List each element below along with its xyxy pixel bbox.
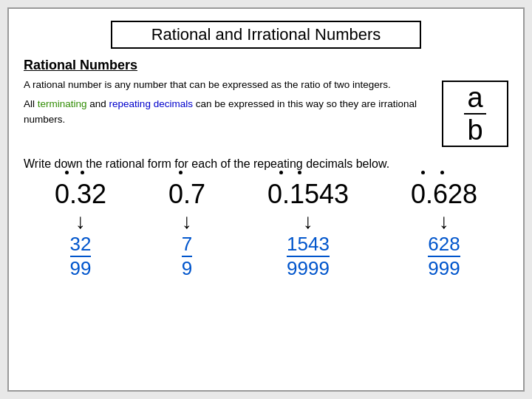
dot1 <box>65 171 69 174</box>
text-content: A rational number is any number that can… <box>24 78 430 127</box>
dot-01543-1 <box>279 171 283 174</box>
and-label: and <box>87 98 109 109</box>
dot-07 <box>179 171 183 174</box>
result-0628-den: 999 <box>428 258 460 279</box>
arrow-07: ↓ <box>182 211 192 232</box>
repeating-word: repeating decimals <box>109 98 193 109</box>
slide-title: Rational and Irrational Numbers <box>151 25 381 44</box>
result-032-num: 32 <box>70 233 92 255</box>
dot2 <box>81 171 84 174</box>
dot-0628-1 <box>421 171 425 174</box>
fraction-display: a b <box>464 83 486 144</box>
examples-row: 0.32 ↓ 32 99 0.7 ↓ 7 9 <box>24 178 508 279</box>
decimal-01543: 0.1543 <box>267 178 349 210</box>
example-01543: 0.1543 ↓ 1543 9999 <box>267 178 349 279</box>
result-0628-num: 628 <box>428 233 460 255</box>
result-01543: 1543 9999 <box>287 233 330 279</box>
decimal-07: 0.7 <box>168 178 205 210</box>
write-prompt: Write down the rational form for each of… <box>24 157 508 171</box>
result-07-num: 7 <box>182 233 192 255</box>
dot-0628-2 <box>440 171 444 174</box>
section-title: Rational Numbers <box>24 58 508 73</box>
dots-0628 <box>421 171 444 174</box>
result-07-den: 9 <box>182 258 192 279</box>
arrow-032: ↓ <box>75 211 86 232</box>
fraction-denominator: b <box>467 116 482 144</box>
example-0628: 0.628 ↓ 628 999 <box>411 178 477 279</box>
content-area: A rational number is any number that can… <box>24 78 508 147</box>
terminating-word: terminating <box>38 98 87 109</box>
result-0628: 628 999 <box>428 233 460 279</box>
arrow-01543: ↓ <box>303 211 313 232</box>
terminating-line: All terminating and repeating decimals c… <box>24 97 430 127</box>
fraction-numerator: a <box>467 83 482 112</box>
dots-07 <box>179 171 183 174</box>
definition-text: A rational number is any number that can… <box>24 78 430 92</box>
dots-01543 <box>279 171 301 174</box>
result-01543-num: 1543 <box>287 233 330 255</box>
result-01543-den: 9999 <box>287 258 330 279</box>
dot-01543-2 <box>298 171 301 174</box>
slide: Rational and Irrational Numbers Rational… <box>7 7 525 392</box>
decimal-0628: 0.628 <box>411 178 477 210</box>
result-032: 32 99 <box>70 233 92 279</box>
title-box: Rational and Irrational Numbers <box>111 21 421 49</box>
result-032-den: 99 <box>70 258 92 279</box>
example-032: 0.32 ↓ 32 99 <box>55 178 106 279</box>
fraction-box: a b <box>442 81 508 147</box>
result-07: 7 9 <box>182 233 192 279</box>
all-label: All <box>24 98 38 109</box>
arrow-0628: ↓ <box>439 211 449 232</box>
dots-032 <box>65 171 84 174</box>
decimal-032: 0.32 <box>55 178 106 210</box>
example-07: 0.7 ↓ 7 9 <box>168 178 205 279</box>
